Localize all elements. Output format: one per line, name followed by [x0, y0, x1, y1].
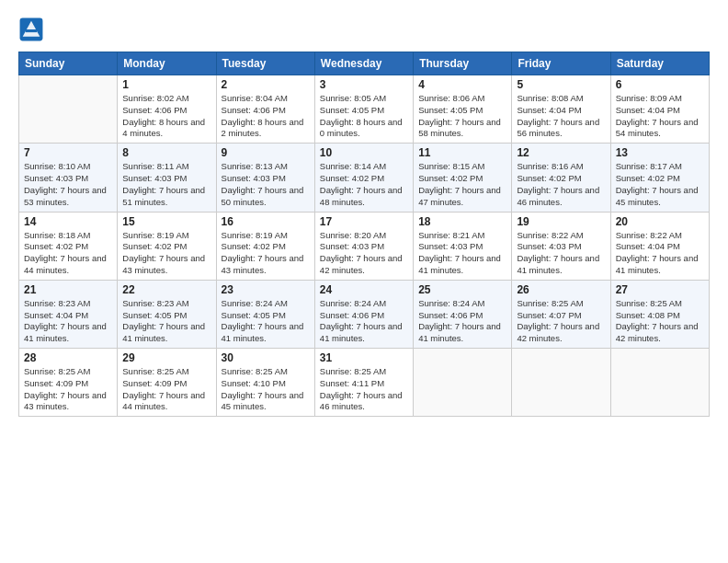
- day-info: Sunrise: 8:14 AMSunset: 4:02 PMDaylight:…: [320, 161, 408, 208]
- day-info: Sunrise: 8:16 AMSunset: 4:02 PMDaylight:…: [517, 161, 605, 208]
- day-number: 4: [418, 78, 506, 91]
- day-cell: 31Sunrise: 8:25 AMSunset: 4:11 PMDayligh…: [314, 349, 413, 417]
- day-info: Sunrise: 8:20 AMSunset: 4:03 PMDaylight:…: [320, 230, 408, 277]
- day-cell: 15Sunrise: 8:19 AMSunset: 4:02 PMDayligh…: [118, 212, 216, 280]
- day-number: 23: [222, 283, 310, 296]
- day-number: 16: [222, 215, 310, 228]
- logo-icon: [18, 17, 44, 42]
- day-info: Sunrise: 8:23 AMSunset: 4:05 PMDaylight:…: [122, 298, 210, 345]
- day-number: 25: [418, 283, 506, 296]
- day-cell: 7Sunrise: 8:10 AMSunset: 4:03 PMDaylight…: [19, 144, 118, 212]
- day-number: 18: [418, 215, 506, 228]
- day-cell: 20Sunrise: 8:22 AMSunset: 4:04 PMDayligh…: [610, 212, 709, 280]
- day-cell: 16Sunrise: 8:19 AMSunset: 4:02 PMDayligh…: [216, 212, 314, 280]
- day-info: Sunrise: 8:19 AMSunset: 4:02 PMDaylight:…: [122, 230, 210, 277]
- day-cell: 8Sunrise: 8:11 AMSunset: 4:03 PMDaylight…: [118, 144, 216, 212]
- day-cell: [19, 75, 118, 144]
- day-cell: 18Sunrise: 8:21 AMSunset: 4:03 PMDayligh…: [414, 212, 512, 280]
- svg-rect-2: [26, 29, 37, 32]
- day-cell: [414, 349, 512, 417]
- day-info: Sunrise: 8:25 AMSunset: 4:10 PMDaylight:…: [222, 366, 310, 413]
- day-number: 2: [222, 78, 310, 91]
- day-number: 13: [616, 146, 704, 159]
- day-info: Sunrise: 8:23 AMSunset: 4:04 PMDaylight:…: [24, 298, 112, 345]
- logo: [18, 17, 48, 42]
- day-number: 7: [24, 146, 112, 159]
- day-number: 31: [320, 351, 408, 364]
- day-info: Sunrise: 8:17 AMSunset: 4:02 PMDaylight:…: [616, 161, 704, 208]
- day-cell: 11Sunrise: 8:15 AMSunset: 4:02 PMDayligh…: [414, 144, 512, 212]
- day-number: 28: [24, 351, 112, 364]
- day-number: 8: [122, 146, 210, 159]
- day-info: Sunrise: 8:24 AMSunset: 4:05 PMDaylight:…: [222, 298, 310, 345]
- day-info: Sunrise: 8:06 AMSunset: 4:05 PMDaylight:…: [418, 93, 506, 140]
- day-number: 27: [616, 283, 704, 296]
- day-cell: 24Sunrise: 8:24 AMSunset: 4:06 PMDayligh…: [314, 280, 413, 348]
- day-cell: 29Sunrise: 8:25 AMSunset: 4:09 PMDayligh…: [118, 349, 216, 417]
- day-number: 26: [517, 283, 605, 296]
- day-cell: 4Sunrise: 8:06 AMSunset: 4:05 PMDaylight…: [414, 75, 512, 144]
- day-info: Sunrise: 8:19 AMSunset: 4:02 PMDaylight:…: [222, 230, 310, 277]
- day-info: Sunrise: 8:13 AMSunset: 4:03 PMDaylight:…: [222, 161, 310, 208]
- header-row: SundayMondayTuesdayWednesdayThursdayFrid…: [19, 52, 710, 75]
- day-number: 17: [320, 215, 408, 228]
- day-cell: 27Sunrise: 8:25 AMSunset: 4:08 PMDayligh…: [610, 280, 709, 348]
- day-cell: 21Sunrise: 8:23 AMSunset: 4:04 PMDayligh…: [19, 280, 118, 348]
- day-number: 15: [122, 215, 210, 228]
- day-number: 21: [24, 283, 112, 296]
- col-header-wednesday: Wednesday: [314, 52, 413, 75]
- day-number: 11: [418, 146, 506, 159]
- day-number: 6: [616, 78, 704, 91]
- week-row-0: 1Sunrise: 8:02 AMSunset: 4:06 PMDaylight…: [19, 75, 710, 144]
- day-cell: 23Sunrise: 8:24 AMSunset: 4:05 PMDayligh…: [216, 280, 314, 348]
- day-number: 20: [616, 215, 704, 228]
- day-info: Sunrise: 8:15 AMSunset: 4:02 PMDaylight:…: [418, 161, 506, 208]
- day-info: Sunrise: 8:08 AMSunset: 4:04 PMDaylight:…: [517, 93, 605, 140]
- day-cell: 13Sunrise: 8:17 AMSunset: 4:02 PMDayligh…: [610, 144, 709, 212]
- day-info: Sunrise: 8:22 AMSunset: 4:04 PMDaylight:…: [616, 230, 704, 277]
- day-info: Sunrise: 8:18 AMSunset: 4:02 PMDaylight:…: [24, 230, 112, 277]
- day-cell: 2Sunrise: 8:04 AMSunset: 4:06 PMDaylight…: [216, 75, 314, 144]
- day-info: Sunrise: 8:24 AMSunset: 4:06 PMDaylight:…: [418, 298, 506, 345]
- day-cell: 30Sunrise: 8:25 AMSunset: 4:10 PMDayligh…: [216, 349, 314, 417]
- day-cell: [512, 349, 610, 417]
- day-cell: 22Sunrise: 8:23 AMSunset: 4:05 PMDayligh…: [118, 280, 216, 348]
- day-number: 14: [24, 215, 112, 228]
- day-cell: 17Sunrise: 8:20 AMSunset: 4:03 PMDayligh…: [314, 212, 413, 280]
- week-row-3: 21Sunrise: 8:23 AMSunset: 4:04 PMDayligh…: [19, 280, 710, 348]
- day-info: Sunrise: 8:02 AMSunset: 4:06 PMDaylight:…: [122, 93, 210, 140]
- day-cell: 6Sunrise: 8:09 AMSunset: 4:04 PMDaylight…: [610, 75, 709, 144]
- day-number: 1: [122, 78, 210, 91]
- day-number: 24: [320, 283, 408, 296]
- col-header-saturday: Saturday: [610, 52, 709, 75]
- day-cell: 5Sunrise: 8:08 AMSunset: 4:04 PMDaylight…: [512, 75, 610, 144]
- day-info: Sunrise: 8:25 AMSunset: 4:09 PMDaylight:…: [24, 366, 112, 413]
- day-cell: 28Sunrise: 8:25 AMSunset: 4:09 PMDayligh…: [19, 349, 118, 417]
- day-info: Sunrise: 8:25 AMSunset: 4:07 PMDaylight:…: [517, 298, 605, 345]
- day-number: 12: [517, 146, 605, 159]
- day-info: Sunrise: 8:25 AMSunset: 4:09 PMDaylight:…: [122, 366, 210, 413]
- day-info: Sunrise: 8:09 AMSunset: 4:04 PMDaylight:…: [616, 93, 704, 140]
- day-number: 29: [122, 351, 210, 364]
- col-header-sunday: Sunday: [19, 52, 118, 75]
- day-number: 19: [517, 215, 605, 228]
- page: SundayMondayTuesdayWednesdayThursdayFrid…: [0, 0, 728, 563]
- col-header-thursday: Thursday: [414, 52, 512, 75]
- day-cell: 9Sunrise: 8:13 AMSunset: 4:03 PMDaylight…: [216, 144, 314, 212]
- day-info: Sunrise: 8:21 AMSunset: 4:03 PMDaylight:…: [418, 230, 506, 277]
- day-info: Sunrise: 8:10 AMSunset: 4:03 PMDaylight:…: [24, 161, 112, 208]
- calendar: SundayMondayTuesdayWednesdayThursdayFrid…: [18, 52, 710, 417]
- day-cell: 12Sunrise: 8:16 AMSunset: 4:02 PMDayligh…: [512, 144, 610, 212]
- day-number: 22: [122, 283, 210, 296]
- day-cell: 10Sunrise: 8:14 AMSunset: 4:02 PMDayligh…: [314, 144, 413, 212]
- day-info: Sunrise: 8:24 AMSunset: 4:06 PMDaylight:…: [320, 298, 408, 345]
- col-header-tuesday: Tuesday: [216, 52, 314, 75]
- day-info: Sunrise: 8:22 AMSunset: 4:03 PMDaylight:…: [517, 230, 605, 277]
- day-number: 3: [320, 78, 408, 91]
- week-row-2: 14Sunrise: 8:18 AMSunset: 4:02 PMDayligh…: [19, 212, 710, 280]
- day-info: Sunrise: 8:05 AMSunset: 4:05 PMDaylight:…: [320, 93, 408, 140]
- day-number: 9: [222, 146, 310, 159]
- day-cell: [610, 349, 709, 417]
- day-info: Sunrise: 8:25 AMSunset: 4:08 PMDaylight:…: [616, 298, 704, 345]
- col-header-friday: Friday: [512, 52, 610, 75]
